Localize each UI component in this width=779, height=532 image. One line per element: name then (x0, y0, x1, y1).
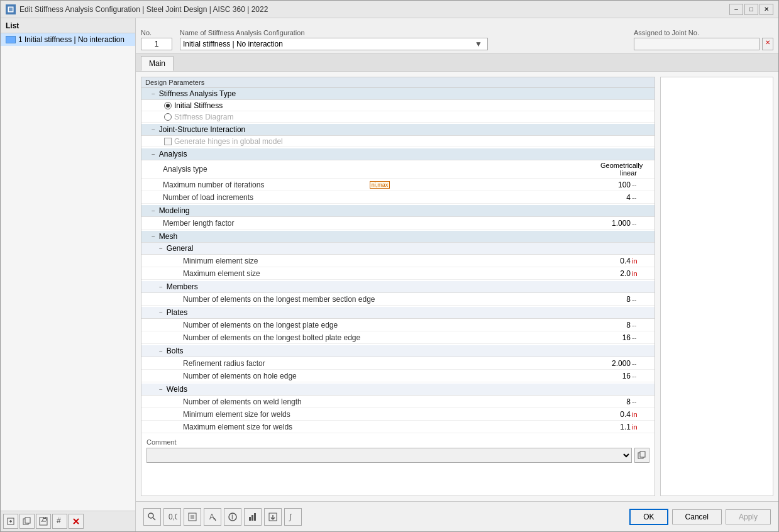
generate-hinges-checkbox[interactable] (164, 138, 172, 145)
refinement-radius-row: Refinement radius factor 2.000 -- (141, 357, 655, 370)
content-area: Design Parameters − Stiffness Analysis T… (136, 72, 778, 501)
comment-section: Comment (141, 433, 655, 468)
num-elements-member-row: Number of elements on the longest member… (141, 293, 655, 306)
name-label: Name of Stiffness Analysis Configuration (180, 29, 626, 36)
main-window: Edit Stiffness Analysis Configuration | … (0, 0, 779, 532)
ok-button[interactable]: OK (629, 509, 668, 525)
min-element-name: Minimum element size (145, 257, 594, 265)
analysis-type-value: Geometrically linear (600, 162, 638, 177)
generate-hinges-row[interactable]: Generate hinges in global model (141, 136, 655, 147)
apply-button[interactable]: Apply (726, 509, 771, 524)
max-element-weld-value: 1.1 (594, 423, 632, 431)
bottom-left-toolbar: 0,00 A i (143, 508, 302, 526)
svg-text:#: # (57, 517, 61, 525)
renumber-button[interactable]: # (52, 514, 67, 529)
minimize-button[interactable]: – (729, 4, 743, 15)
num-elements-member-name: Number of elements on the longest member… (145, 295, 594, 304)
close-button[interactable]: ✕ (760, 4, 773, 15)
num-elements-plate-value: 8 (594, 321, 632, 330)
radio-initial-stiffness-btn[interactable] (164, 102, 172, 109)
formula-button[interactable]: ∫ (284, 508, 302, 526)
num-elements-plate-unit: -- (632, 321, 651, 329)
cursor-button[interactable]: A (204, 508, 221, 526)
delete-button[interactable] (69, 514, 84, 529)
select-button[interactable] (184, 508, 201, 526)
assigned-clear-button[interactable]: ✕ (762, 38, 773, 50)
radio-initial-stiffness[interactable]: Initial Stiffness (141, 100, 655, 111)
members-collapse-icon[interactable]: − (159, 284, 163, 291)
welds-collapse-icon[interactable]: − (159, 386, 163, 393)
no-input[interactable] (141, 38, 172, 50)
value-button[interactable]: 0,00 (163, 508, 181, 526)
plates-section: − Plates (141, 307, 655, 319)
comment-input-row (146, 448, 649, 463)
max-element-weld-unit: in (632, 423, 651, 431)
dropdown-arrow-icon: ▼ (472, 40, 485, 48)
bolts-collapse-icon[interactable]: − (159, 348, 163, 355)
no-field: No. (141, 29, 172, 50)
copy-button[interactable] (19, 514, 35, 529)
window-title: Edit Stiffness Analysis Configuration | … (19, 5, 268, 14)
radio-stiffness-diagram[interactable]: Stiffness Diagram (141, 111, 655, 123)
new-button[interactable] (3, 514, 18, 529)
name-dropdown[interactable]: Initial stiffness | No interaction ▼ (180, 38, 488, 50)
radio-diagram-btn[interactable] (164, 113, 172, 121)
load-increments-row: Number of load increments 4 -- (141, 191, 655, 204)
list-header: List (1, 18, 135, 33)
comment-dropdown[interactable] (146, 448, 632, 463)
max-element-name: Maximum element size (145, 269, 594, 278)
general-label: General (167, 244, 194, 253)
analysis-collapse-icon[interactable]: − (152, 151, 155, 158)
bottom-bar: 0,00 A i (136, 501, 778, 531)
assigned-row: ✕ (634, 38, 773, 50)
assigned-input[interactable] (634, 38, 760, 50)
num-elements-hole-row: Number of elements on hole edge 16 -- (141, 370, 655, 382)
info-button[interactable]: i (224, 508, 241, 526)
plates-label: Plates (167, 308, 187, 317)
svg-text:∫: ∫ (289, 513, 292, 521)
welds-label: Welds (167, 385, 187, 394)
num-elements-weld-unit: -- (632, 398, 651, 406)
num-elements-member-value: 8 (594, 295, 632, 304)
tab-main[interactable]: Main (141, 56, 174, 71)
num-elements-hole-name: Number of elements on hole edge (145, 372, 594, 380)
zoom-button[interactable] (143, 508, 161, 526)
plates-collapse-icon[interactable]: − (159, 309, 163, 316)
header-row: No. Name of Stiffness Analysis Configura… (136, 18, 778, 53)
min-element-weld-unit: in (632, 411, 651, 418)
results-button[interactable] (244, 508, 262, 526)
radio-initial-label: Initial Stiffness (174, 101, 223, 110)
member-length-value: 1.000 (594, 219, 632, 228)
min-element-row: Minimum element size 0.4 in (141, 255, 655, 267)
title-bar-left: Edit Stiffness Analysis Configuration | … (6, 4, 268, 14)
list-item[interactable]: 1 Initial stiffness | No interaction (1, 33, 135, 46)
joint-structure-section: − Joint-Structure Interaction (141, 124, 655, 136)
export-button[interactable] (264, 508, 282, 526)
refinement-radius-unit: -- (632, 360, 651, 367)
joint-structure-collapse-icon[interactable]: − (152, 126, 155, 133)
left-panel: List 1 Initial stiffness | No interactio… (1, 18, 136, 531)
rename-button[interactable]: A (36, 514, 51, 529)
left-panel-toolbar: A # (1, 511, 135, 531)
analysis-label: Analysis (159, 150, 187, 158)
tab-main-label: Main (149, 59, 165, 68)
cancel-button[interactable]: Cancel (672, 509, 722, 524)
load-increments-name: Number of load increments (145, 193, 594, 202)
modeling-label: Modeling (159, 206, 190, 215)
general-collapse-icon[interactable]: − (159, 245, 163, 252)
svg-text:i: i (231, 513, 233, 521)
num-elements-hole-value: 16 (594, 372, 632, 380)
modeling-collapse-icon[interactable]: − (152, 208, 155, 214)
title-bar-controls: – □ ✕ (729, 4, 773, 15)
svg-line-18 (153, 518, 156, 520)
app-icon (6, 4, 16, 14)
min-element-weld-value: 0.4 (594, 410, 632, 419)
num-elements-plate-name: Number of elements on the longest plate … (145, 321, 594, 330)
comment-copy-button[interactable] (634, 448, 649, 463)
num-elements-plate-row: Number of elements on the longest plate … (141, 319, 655, 331)
stiffness-collapse-icon[interactable]: − (152, 91, 155, 97)
right-panel: No. Name of Stiffness Analysis Configura… (136, 18, 778, 531)
restore-button[interactable]: □ (744, 4, 758, 15)
tab-bar: Main (136, 53, 778, 72)
mesh-collapse-icon[interactable]: − (152, 233, 155, 240)
